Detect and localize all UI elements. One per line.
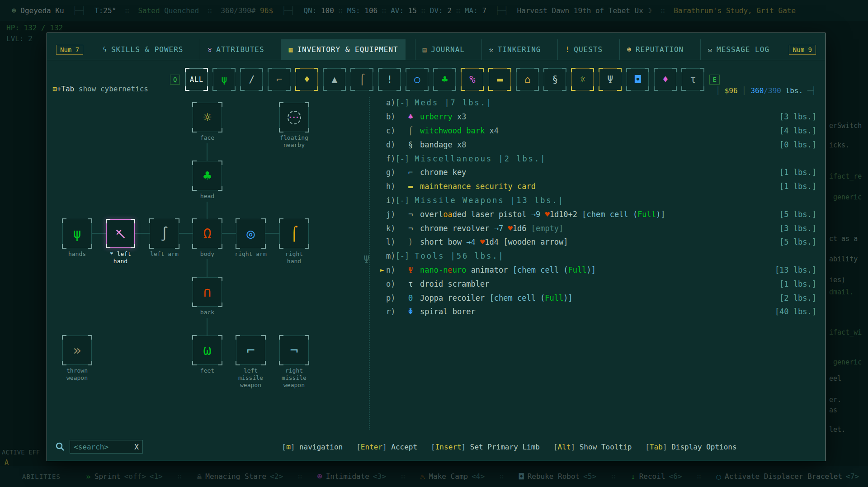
filter-tab-13[interactable]: § xyxy=(544,68,566,90)
tab-quests[interactable]: !QUESTS xyxy=(557,39,610,60)
slot-icon: ω xyxy=(203,344,211,357)
item-letter: m) xyxy=(386,251,395,260)
collapse-toggle[interactable]: [-] xyxy=(395,251,409,260)
corner-tick xyxy=(378,68,382,72)
corner-tick xyxy=(562,86,566,91)
corner-tick xyxy=(617,86,622,91)
tab-skills-powers[interactable]: ϟSKILLS & POWERS xyxy=(95,39,191,60)
filter-tab-6[interactable]: ⌠ xyxy=(351,68,373,90)
corner-tick xyxy=(192,277,197,281)
filter-tab-15[interactable]: Ψ xyxy=(599,68,621,90)
corner-tick xyxy=(261,361,266,365)
collapse-toggle[interactable]: [-] xyxy=(395,154,409,163)
equipment-slot-right-missile[interactable]: ¬ xyxy=(279,336,309,365)
collapse-toggle[interactable]: [-] xyxy=(395,196,409,205)
inventory-category-row[interactable]: m)[-]Tools |56 lbs.| xyxy=(379,249,816,263)
filter-category-icon: ○ xyxy=(414,74,420,85)
corner-tick xyxy=(192,102,197,107)
corner-tick xyxy=(681,68,686,72)
corner-tick xyxy=(534,86,539,91)
filter-tab-9[interactable]: ♣ xyxy=(434,68,456,90)
tab-inventory-equipment[interactable]: ▦INVENTORY & EQUIPMENT xyxy=(281,39,405,60)
item-icon: § xyxy=(408,140,420,149)
equipment-slot-thrown-weapon[interactable]: » xyxy=(62,336,92,365)
tab-label: INVENTORY & EQUIPMENT xyxy=(297,45,398,54)
filter-tab-2[interactable]: / xyxy=(241,68,263,90)
filter-tab-7[interactable]: ! xyxy=(378,68,401,90)
equipment-slot-left-arm[interactable]: ∫ xyxy=(150,219,179,248)
corner-tick xyxy=(131,244,135,248)
filter-tab-1[interactable]: ψ xyxy=(213,68,235,90)
corner-tick xyxy=(279,128,283,132)
item-icon: Θ xyxy=(408,293,420,303)
tab-label: MESSAGE LOG xyxy=(717,45,769,54)
inventory-row-j[interactable]: j)¬overloaded laser pistol →9 ♥1d10+2 [c… xyxy=(379,207,816,221)
filter-tab-all[interactable]: ALL xyxy=(185,68,208,90)
inventory-category-row[interactable]: f)[-]Miscellaneous |2 lbs.| xyxy=(379,151,816,165)
filter-tab-5[interactable]: ▲ xyxy=(323,68,345,90)
filter-tab-8[interactable]: ○ xyxy=(406,68,428,90)
corner-tick xyxy=(218,186,222,191)
equipment-slot-floating-nearby[interactable]: ∙∙∙ xyxy=(279,103,309,132)
inventory-row-h[interactable]: h)▬maintenance security card[1 lbs.] xyxy=(379,180,816,194)
inventory-row-b[interactable]: b)♣urberry x3[3 lbs.] xyxy=(379,110,816,124)
inventory-list: a)[-]Meds |7 lbs.|b)♣urberry x3[3 lbs.]c… xyxy=(379,96,816,319)
inventory-row-o[interactable]: o)τdroid scrambler[1 lbs.] xyxy=(379,277,816,291)
wallet-segment: $96 xyxy=(725,86,738,95)
equipment-slot-head[interactable]: ♣ xyxy=(193,161,222,190)
filter-tab-10[interactable]: % xyxy=(461,68,483,90)
inventory-category-row[interactable]: a)[-]Meds |7 lbs.| xyxy=(379,96,816,110)
search-clear-button[interactable]: X xyxy=(134,443,139,451)
filter-tab-18[interactable]: τ xyxy=(682,68,704,90)
filter-tab-3[interactable]: ⌐ xyxy=(268,68,290,90)
inventory-row-l[interactable]: l))short bow →4 ♥1d4 [wooden arrow][5 lb… xyxy=(379,235,816,249)
filter-tab-16[interactable]: ◘ xyxy=(627,68,649,90)
inventory-row-n[interactable]: ►n)Ψnano-neuro animator [chem cell (Full… xyxy=(379,263,816,277)
tab-tinkering[interactable]: ⚒TINKERING xyxy=(481,39,548,60)
corner-tick xyxy=(88,335,92,340)
equipment-slot-hands[interactable]: ψ xyxy=(62,219,92,248)
tab-attributes[interactable]: ♉ATTRIBUTES xyxy=(200,39,271,60)
corner-tick xyxy=(62,218,66,223)
equipment-slot-back[interactable]: ∩ xyxy=(193,277,222,307)
item-name: droid scrambler xyxy=(420,279,490,288)
tab-message-log[interactable]: ✉MESSAGE LOG xyxy=(700,39,777,60)
equipment-slot-feet[interactable]: ω xyxy=(193,336,222,365)
equipment-slot-left-missile[interactable]: ⌐ xyxy=(236,336,265,365)
filter-category-icon: ☼ xyxy=(580,74,585,85)
corner-tick xyxy=(192,244,197,249)
item-weight: [5 lbs.] xyxy=(779,237,816,246)
collapse-toggle[interactable]: [-] xyxy=(395,98,409,107)
corner-tick xyxy=(185,86,189,91)
filter-tab-14[interactable]: ☼ xyxy=(571,68,594,90)
inventory-row-p[interactable]: p)ΘJoppa recoiler [chem cell (Full)][2 l… xyxy=(379,291,816,305)
filter-tab-12[interactable]: ⌂ xyxy=(516,68,538,90)
inventory-row-d[interactable]: d)§bandage x8[0 lbs.] xyxy=(379,137,816,151)
filter-tab-11[interactable]: ▬ xyxy=(489,68,511,90)
equipment-slot-body[interactable]: Ω xyxy=(193,219,222,248)
inventory-row-g[interactable]: g)⌐chrome key[1 lbs.] xyxy=(379,165,816,180)
equipment-slot-left-hand[interactable]: † xyxy=(106,219,135,248)
equipment-doll: ☼face∙∙∙floatingnearby♣headψhands†* left… xyxy=(47,96,336,422)
inventory-row-c[interactable]: c)⌠witchwood bark x4[4 lbs.] xyxy=(379,124,816,138)
tab-label: ATTRIBUTES xyxy=(216,45,264,54)
item-icon: ▬ xyxy=(408,182,420,191)
corner-tick xyxy=(62,335,66,340)
inventory-row-k[interactable]: k)¬chrome revolver →7 ♥1d6 [empty][3 lbs… xyxy=(379,221,816,235)
tab-reputation[interactable]: ☻REPUTATION xyxy=(619,39,691,60)
category-label: Meds |7 lbs.| xyxy=(409,98,492,107)
filter-all-label: ALL xyxy=(190,76,203,84)
search-input[interactable]: <search> X xyxy=(70,440,143,454)
skills-icon: ϟ xyxy=(103,46,107,54)
tab-journal[interactable]: ▤JOURNAL xyxy=(415,39,472,60)
corner-tick xyxy=(516,68,520,72)
corner-tick xyxy=(461,86,465,91)
equipment-slot-face[interactable]: ☼ xyxy=(193,103,222,132)
filter-tab-17[interactable]: ♦ xyxy=(654,68,676,90)
inventory-category-row[interactable]: i)[-]Missile Weapons |13 lbs.| xyxy=(379,194,816,208)
filter-category-icon: ⌠ xyxy=(359,74,365,85)
inventory-row-r[interactable]: r)Φspiral borer[40 lbs.] xyxy=(379,305,816,319)
equipment-slot-right-arm[interactable]: ◎ xyxy=(236,219,265,248)
equipment-slot-right-hand[interactable]: ⌠ xyxy=(279,219,309,248)
filter-tab-4[interactable]: ♦ xyxy=(296,68,318,90)
